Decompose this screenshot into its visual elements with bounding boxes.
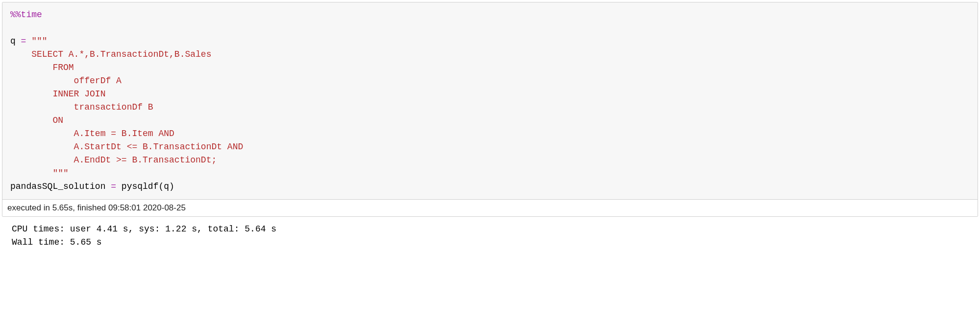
code-token-str: A.StartDt <= B.TransactionDt AND bbox=[10, 142, 243, 152]
code-token-var: pandasSQL_solution bbox=[10, 182, 111, 191]
code-token-op: = bbox=[111, 182, 122, 191]
code-token-str: FROM bbox=[10, 63, 74, 72]
output-line: Wall time: 5.65 s bbox=[12, 237, 102, 247]
code-token-str: """ bbox=[10, 168, 69, 178]
code-token-var: q bbox=[10, 36, 21, 46]
code-token-str: transactionDf B bbox=[10, 102, 153, 112]
code-token-op: = bbox=[21, 36, 32, 46]
code-token-str: """ bbox=[31, 36, 47, 46]
magic-command: %%time bbox=[10, 10, 42, 20]
output-line: CPU times: user 4.41 s, sys: 1.22 s, tot… bbox=[12, 224, 276, 234]
code-token-func: pysqldf(q) bbox=[122, 182, 174, 191]
execution-info: executed in 5.65s, finished 09:58:01 202… bbox=[2, 199, 978, 216]
code-token-str: A.EndDt >= B.TransactionDt; bbox=[10, 155, 217, 165]
notebook-cell: %%time q = """ SELECT A.*,B.TransactionD… bbox=[2, 2, 978, 217]
code-token-str: INNER JOIN bbox=[10, 89, 105, 99]
code-token-str: A.Item = B.Item AND bbox=[10, 129, 174, 138]
code-token-str: SELECT A.*,B.TransactionDt,B.Sales bbox=[10, 49, 211, 59]
cell-output: CPU times: user 4.41 s, sys: 1.22 s, tot… bbox=[2, 217, 978, 252]
code-input-area[interactable]: %%time q = """ SELECT A.*,B.TransactionD… bbox=[2, 2, 978, 199]
code-token-str: offerDf A bbox=[10, 76, 122, 86]
code-token-str: ON bbox=[10, 115, 63, 125]
